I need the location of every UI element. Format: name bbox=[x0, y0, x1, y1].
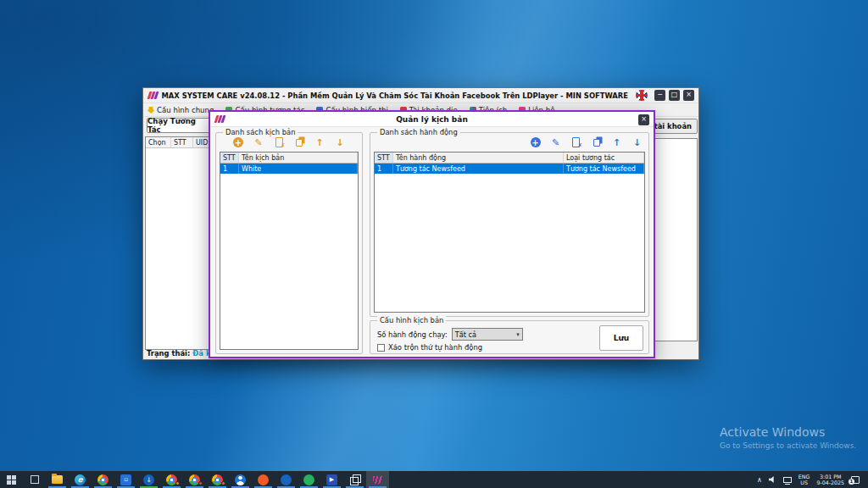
action-table-header: STT Tên hành động Loại tương tác bbox=[375, 152, 644, 164]
delete-action-button[interactable]: ✗ bbox=[570, 136, 582, 148]
taskbar: e▫↓▶ ∧ ENG US 3:01 PM 9-04-2025 1 bbox=[0, 471, 868, 488]
dialog-titlebar[interactable]: Quản lý kịch bản × bbox=[210, 112, 654, 127]
chrome-profile-1[interactable] bbox=[160, 471, 183, 488]
anydesk[interactable] bbox=[252, 471, 275, 488]
move-script-up-button[interactable]: ↑ bbox=[314, 136, 326, 148]
edit-action-button[interactable]: ✎ bbox=[549, 136, 562, 148]
chevron-down-icon: ▾ bbox=[516, 331, 520, 338]
script-config-group: Cấu hình kịch bản Số hành động chạy: Tất… bbox=[370, 320, 649, 354]
movies-tv-app-icon: ▶ bbox=[326, 474, 337, 485]
multi-instance-tool[interactable] bbox=[343, 471, 366, 488]
move-script-down-button[interactable]: ↓ bbox=[334, 136, 347, 148]
add-action-button[interactable]: + bbox=[529, 136, 542, 148]
user-manager-app-icon bbox=[235, 474, 246, 485]
shuffle-label: Xáo trộn thứ tự hành động bbox=[388, 343, 482, 352]
user-manager-app[interactable] bbox=[229, 471, 252, 488]
app-logo-icon bbox=[147, 92, 159, 99]
menu-general-config[interactable]: Cấu hình chung bbox=[147, 106, 214, 114]
action-center-icon[interactable]: 1 bbox=[851, 476, 860, 484]
script-list-group: Danh sách kịch bản + ✎ ✗ ↑ ↓ STT Tên kịc… bbox=[215, 132, 363, 354]
tray-overflow-chevron-icon[interactable]: ∧ bbox=[757, 476, 762, 484]
movies-tv-app[interactable]: ▶ bbox=[320, 471, 343, 488]
config-group-label: Cấu hình kịch bản bbox=[377, 316, 446, 324]
network-icon[interactable] bbox=[783, 477, 792, 483]
shuffle-checkbox[interactable] bbox=[377, 344, 385, 352]
status-label: Trạng thái: bbox=[147, 349, 190, 358]
edge-browser-icon: e bbox=[75, 474, 86, 485]
max-system-care-icon bbox=[372, 474, 383, 485]
edge-browser[interactable]: e bbox=[69, 471, 92, 488]
max-system-care[interactable] bbox=[366, 471, 389, 488]
chrome-profile-2-badge bbox=[198, 481, 203, 485]
maximize-button[interactable]: □ bbox=[669, 90, 680, 101]
file-explorer[interactable] bbox=[46, 471, 69, 488]
blue-app-icon bbox=[281, 474, 292, 485]
chrome-profile-3[interactable] bbox=[206, 471, 229, 488]
run-count-dropdown[interactable]: Tất cả ▾ bbox=[452, 328, 523, 341]
chrome-profile-1-badge bbox=[175, 481, 180, 485]
download-tool[interactable]: ↓ bbox=[137, 471, 160, 488]
start-button-icon bbox=[6, 474, 17, 485]
script-table-header: STT Tên kịch bản bbox=[220, 152, 358, 164]
action-list-group: Danh sách hành động + ✎ ✗ ↑ ↓ STT Tên hà… bbox=[370, 132, 649, 317]
add-script-button[interactable]: + bbox=[232, 136, 245, 148]
clock[interactable]: 3:01 PM 9-04-2025 bbox=[816, 474, 844, 485]
script-table[interactable]: STT Tên kịch bản 1 White bbox=[220, 152, 359, 350]
window-title: MAX SYSTEM CARE v24.08.12 - Phần Mềm Quả… bbox=[162, 92, 628, 100]
move-action-down-button[interactable]: ↓ bbox=[631, 136, 643, 148]
edit-script-button[interactable]: ✎ bbox=[253, 136, 265, 148]
script-manager-dialog: Quản lý kịch bản × Danh sách kịch bản + … bbox=[209, 110, 655, 358]
volume-icon[interactable] bbox=[769, 476, 776, 484]
delete-script-button[interactable]: ✗ bbox=[273, 136, 286, 148]
taskbar-icons: e▫↓▶ bbox=[0, 471, 389, 488]
action-table[interactable]: STT Tên hành động Loại tương tác 1 Tương… bbox=[374, 152, 645, 313]
download-tool-icon: ↓ bbox=[143, 474, 154, 485]
activate-windows-watermark: Activate Windows Go to Settings to activ… bbox=[720, 425, 856, 450]
action-row-selected[interactable]: 1 Tương tác Newsfeed Tương tác Newsfeed bbox=[375, 164, 644, 174]
anydesk-icon bbox=[258, 474, 269, 485]
watermark-subtitle: Go to Settings to activate Windows. bbox=[720, 441, 856, 450]
close-button[interactable]: × bbox=[683, 90, 694, 101]
run-count-label: Số hành động chạy: bbox=[377, 330, 448, 339]
language-indicator[interactable]: ENG US bbox=[798, 474, 810, 485]
copy-script-button[interactable] bbox=[293, 136, 306, 148]
blue-app[interactable] bbox=[275, 471, 298, 488]
dialog-close-button[interactable]: × bbox=[638, 114, 649, 125]
start-button[interactable] bbox=[0, 471, 23, 488]
wrench-icon bbox=[147, 107, 154, 114]
script-group-label: Danh sách kịch bản bbox=[223, 128, 298, 136]
script-row-selected[interactable]: 1 White bbox=[220, 164, 358, 174]
dialog-title: Quản lý kịch bản bbox=[210, 115, 654, 124]
chrome-browser-icon bbox=[97, 474, 108, 485]
file-explorer-icon bbox=[52, 475, 63, 484]
minimize-button[interactable]: − bbox=[654, 90, 665, 101]
notification-badge: 1 bbox=[849, 479, 854, 485]
photos-app-icon: ▫ bbox=[120, 474, 131, 485]
chrome-browser[interactable] bbox=[92, 471, 114, 488]
green-app[interactable] bbox=[298, 471, 320, 488]
action-group-label: Danh sách hành động bbox=[377, 128, 460, 136]
green-app-icon bbox=[303, 474, 314, 485]
copy-action-button[interactable] bbox=[590, 136, 603, 148]
chrome-profile-2[interactable] bbox=[183, 471, 206, 488]
titlebar[interactable]: MAX SYSTEM CARE v24.08.12 - Phần Mềm Quả… bbox=[143, 88, 698, 103]
move-action-up-button[interactable]: ↑ bbox=[610, 136, 623, 148]
photos-app[interactable]: ▫ bbox=[114, 471, 137, 488]
multi-instance-tool-icon bbox=[349, 474, 360, 485]
task-view-button-icon bbox=[31, 475, 39, 484]
desktop: Activate Windows Go to Settings to activ… bbox=[0, 0, 868, 488]
chrome-profile-3-badge bbox=[221, 481, 225, 485]
language-flag-icon[interactable] bbox=[636, 90, 648, 101]
system-tray: ∧ ENG US 3:01 PM 9-04-2025 1 bbox=[757, 471, 868, 488]
save-button[interactable]: Lưu bbox=[599, 325, 643, 351]
watermark-title: Activate Windows bbox=[720, 425, 856, 439]
task-view-button[interactable] bbox=[23, 471, 46, 488]
